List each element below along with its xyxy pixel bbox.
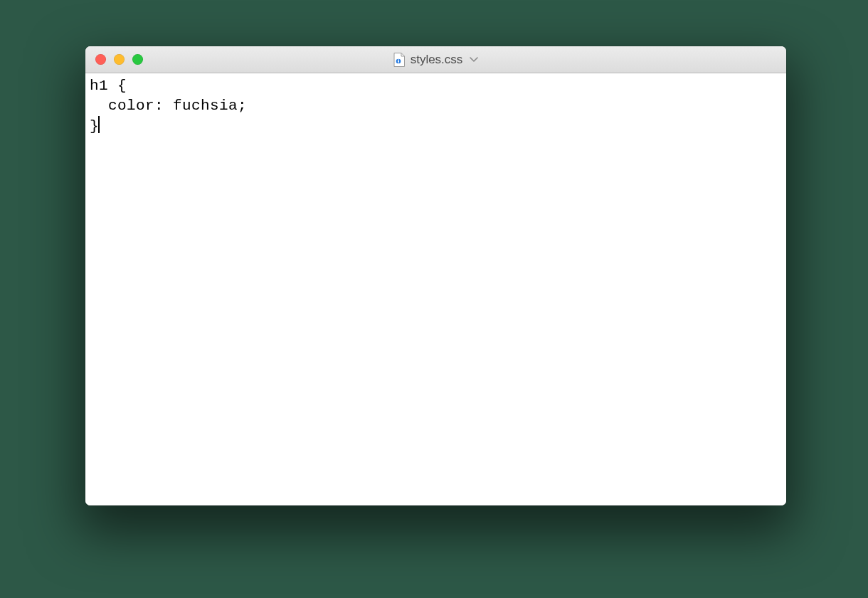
title-group: styles.css xyxy=(85,53,786,67)
close-icon[interactable] xyxy=(95,54,106,65)
code-line: color: fuchsia; xyxy=(90,98,247,114)
editor-window: styles.css h1 { color: fuchsia; } xyxy=(85,46,786,505)
zoom-icon[interactable] xyxy=(132,54,143,65)
text-editor-area[interactable]: h1 { color: fuchsia; } xyxy=(85,73,786,505)
titlebar[interactable]: styles.css xyxy=(85,46,786,73)
window-title: styles.css xyxy=(411,53,463,67)
code-line: h1 { xyxy=(90,78,127,94)
minimize-icon[interactable] xyxy=(114,54,125,65)
file-icon xyxy=(393,53,405,67)
chevron-down-icon[interactable] xyxy=(470,54,478,65)
text-cursor xyxy=(98,116,100,133)
traffic-lights xyxy=(85,54,143,65)
